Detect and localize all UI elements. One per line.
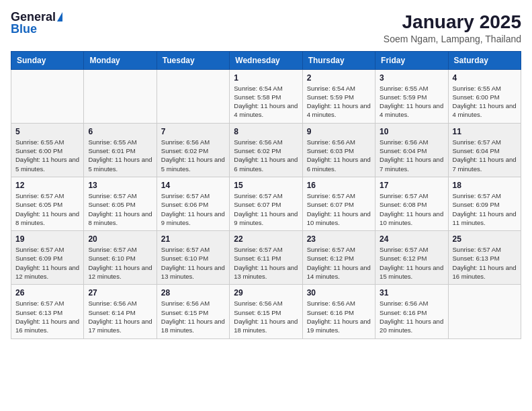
calendar-day-cell: 7Sunrise: 6:56 AMSunset: 6:02 PMDaylight… <box>157 123 229 177</box>
calendar-day-cell: 26Sunrise: 6:57 AMSunset: 6:13 PMDayligh… <box>11 285 84 338</box>
day-info: Sunrise: 6:56 AMSunset: 6:15 PMDaylight:… <box>161 299 225 334</box>
calendar-day-cell: 12Sunrise: 6:57 AMSunset: 6:05 PMDayligh… <box>11 177 84 230</box>
calendar-day-cell <box>11 69 84 123</box>
day-number: 27 <box>88 288 152 298</box>
day-number: 29 <box>234 288 298 298</box>
day-number: 3 <box>380 73 443 83</box>
calendar-day-cell: 9Sunrise: 6:56 AMSunset: 6:03 PMDaylight… <box>302 123 375 177</box>
day-number: 6 <box>88 127 152 136</box>
day-number: 15 <box>234 181 298 190</box>
calendar-day-cell: 14Sunrise: 6:57 AMSunset: 6:06 PMDayligh… <box>157 177 229 230</box>
calendar-day-cell: 30Sunrise: 6:56 AMSunset: 6:16 PMDayligh… <box>302 285 375 338</box>
day-number: 22 <box>234 234 298 244</box>
day-number: 4 <box>453 73 517 83</box>
day-number: 7 <box>161 127 225 136</box>
calendar-day-cell: 1Sunrise: 6:54 AMSunset: 5:58 PMDaylight… <box>230 69 302 123</box>
title-area: January 2025 Soem Ngam, Lampang, Thailan… <box>384 11 521 44</box>
day-number: 25 <box>453 234 517 244</box>
calendar-day-cell: 20Sunrise: 6:57 AMSunset: 6:10 PMDayligh… <box>84 231 157 285</box>
day-info: Sunrise: 6:57 AMSunset: 6:13 PMDaylight:… <box>15 299 79 334</box>
calendar-day-cell: 25Sunrise: 6:57 AMSunset: 6:13 PMDayligh… <box>448 231 521 285</box>
day-info: Sunrise: 6:57 AMSunset: 6:09 PMDaylight:… <box>453 191 517 227</box>
calendar-day-cell: 17Sunrise: 6:57 AMSunset: 6:08 PMDayligh… <box>375 177 448 230</box>
day-info: Sunrise: 6:57 AMSunset: 6:06 PMDaylight:… <box>161 191 225 227</box>
day-number: 9 <box>307 127 371 136</box>
logo: General Blue <box>11 11 62 35</box>
day-info: Sunrise: 6:57 AMSunset: 6:05 PMDaylight:… <box>15 191 79 227</box>
calendar-day-cell: 6Sunrise: 6:55 AMSunset: 6:01 PMDaylight… <box>84 123 157 177</box>
calendar-day-cell: 2Sunrise: 6:54 AMSunset: 5:59 PMDaylight… <box>302 69 375 123</box>
calendar-week-row: 26Sunrise: 6:57 AMSunset: 6:13 PMDayligh… <box>11 285 521 338</box>
calendar-day-cell: 31Sunrise: 6:56 AMSunset: 6:16 PMDayligh… <box>375 285 448 338</box>
calendar-day-cell: 8Sunrise: 6:56 AMSunset: 6:02 PMDaylight… <box>230 123 302 177</box>
day-number: 16 <box>307 181 371 190</box>
calendar-day-cell: 10Sunrise: 6:56 AMSunset: 6:04 PMDayligh… <box>375 123 448 177</box>
day-number: 17 <box>380 181 443 190</box>
calendar-day-cell: 5Sunrise: 6:55 AMSunset: 6:00 PMDaylight… <box>11 123 84 177</box>
day-info: Sunrise: 6:57 AMSunset: 6:13 PMDaylight:… <box>453 245 517 281</box>
calendar-day-cell: 22Sunrise: 6:57 AMSunset: 6:11 PMDayligh… <box>230 231 302 285</box>
calendar-week-row: 12Sunrise: 6:57 AMSunset: 6:05 PMDayligh… <box>11 177 521 230</box>
day-number: 19 <box>15 234 79 244</box>
weekday-header: Thursday <box>302 51 375 69</box>
day-number: 20 <box>88 234 152 244</box>
calendar-day-cell: 3Sunrise: 6:55 AMSunset: 5:59 PMDaylight… <box>375 69 448 123</box>
day-number: 18 <box>453 181 517 190</box>
logo-blue: Blue <box>11 23 37 35</box>
weekday-header: Monday <box>84 51 157 69</box>
day-info: Sunrise: 6:57 AMSunset: 6:05 PMDaylight:… <box>88 191 152 227</box>
weekday-header: Sunday <box>11 51 84 69</box>
calendar-day-cell: 15Sunrise: 6:57 AMSunset: 6:07 PMDayligh… <box>230 177 302 230</box>
day-number: 24 <box>380 234 443 244</box>
day-number: 1 <box>234 73 298 83</box>
day-info: Sunrise: 6:57 AMSunset: 6:04 PMDaylight:… <box>453 138 517 173</box>
calendar-day-cell: 19Sunrise: 6:57 AMSunset: 6:09 PMDayligh… <box>11 231 84 285</box>
logo-triangle-icon <box>57 12 62 21</box>
weekday-header: Friday <box>375 51 448 69</box>
day-info: Sunrise: 6:56 AMSunset: 6:04 PMDaylight:… <box>380 138 443 173</box>
calendar-day-cell: 29Sunrise: 6:56 AMSunset: 6:15 PMDayligh… <box>230 285 302 338</box>
day-info: Sunrise: 6:55 AMSunset: 6:00 PMDaylight:… <box>15 138 79 173</box>
day-info: Sunrise: 6:54 AMSunset: 5:59 PMDaylight:… <box>307 84 371 120</box>
calendar-day-cell: 27Sunrise: 6:56 AMSunset: 6:14 PMDayligh… <box>84 285 157 338</box>
calendar-day-cell <box>157 69 229 123</box>
day-info: Sunrise: 6:57 AMSunset: 6:12 PMDaylight:… <box>307 245 371 281</box>
calendar-day-cell: 24Sunrise: 6:57 AMSunset: 6:12 PMDayligh… <box>375 231 448 285</box>
day-info: Sunrise: 6:56 AMSunset: 6:03 PMDaylight:… <box>307 138 371 173</box>
page-title: January 2025 <box>384 11 521 34</box>
calendar-day-cell: 4Sunrise: 6:55 AMSunset: 6:00 PMDaylight… <box>448 69 521 123</box>
day-info: Sunrise: 6:57 AMSunset: 6:08 PMDaylight:… <box>380 191 443 227</box>
calendar-day-cell <box>84 69 157 123</box>
calendar-day-cell: 16Sunrise: 6:57 AMSunset: 6:07 PMDayligh… <box>302 177 375 230</box>
day-info: Sunrise: 6:57 AMSunset: 6:10 PMDaylight:… <box>161 245 225 281</box>
day-info: Sunrise: 6:56 AMSunset: 6:16 PMDaylight:… <box>380 299 443 334</box>
day-info: Sunrise: 6:57 AMSunset: 6:09 PMDaylight:… <box>15 245 79 281</box>
header: General Blue January 2025 Soem Ngam, Lam… <box>11 11 521 44</box>
calendar-week-row: 5Sunrise: 6:55 AMSunset: 6:00 PMDaylight… <box>11 123 521 177</box>
day-number: 30 <box>307 288 371 298</box>
day-info: Sunrise: 6:56 AMSunset: 6:15 PMDaylight:… <box>234 299 298 334</box>
day-info: Sunrise: 6:57 AMSunset: 6:12 PMDaylight:… <box>380 245 443 281</box>
day-number: 26 <box>15 288 79 298</box>
day-info: Sunrise: 6:55 AMSunset: 6:01 PMDaylight:… <box>88 138 152 173</box>
calendar-day-cell: 13Sunrise: 6:57 AMSunset: 6:05 PMDayligh… <box>84 177 157 230</box>
logo-general: General <box>11 11 56 23</box>
day-number: 14 <box>161 181 225 190</box>
calendar-day-cell <box>448 285 521 338</box>
calendar-header-row: SundayMondayTuesdayWednesdayThursdayFrid… <box>11 51 521 69</box>
weekday-header: Saturday <box>448 51 521 69</box>
day-info: Sunrise: 6:57 AMSunset: 6:07 PMDaylight:… <box>307 191 371 227</box>
calendar-week-row: 19Sunrise: 6:57 AMSunset: 6:09 PMDayligh… <box>11 231 521 285</box>
day-number: 5 <box>15 127 79 136</box>
day-info: Sunrise: 6:57 AMSunset: 6:07 PMDaylight:… <box>234 191 298 227</box>
calendar-day-cell: 21Sunrise: 6:57 AMSunset: 6:10 PMDayligh… <box>157 231 229 285</box>
calendar-day-cell: 23Sunrise: 6:57 AMSunset: 6:12 PMDayligh… <box>302 231 375 285</box>
day-number: 2 <box>307 73 371 83</box>
day-info: Sunrise: 6:56 AMSunset: 6:02 PMDaylight:… <box>234 138 298 173</box>
day-info: Sunrise: 6:56 AMSunset: 6:02 PMDaylight:… <box>161 138 225 173</box>
day-number: 28 <box>161 288 225 298</box>
day-info: Sunrise: 6:55 AMSunset: 5:59 PMDaylight:… <box>380 84 443 120</box>
day-number: 10 <box>380 127 443 136</box>
day-info: Sunrise: 6:57 AMSunset: 6:11 PMDaylight:… <box>234 245 298 281</box>
day-info: Sunrise: 6:57 AMSunset: 6:10 PMDaylight:… <box>88 245 152 281</box>
